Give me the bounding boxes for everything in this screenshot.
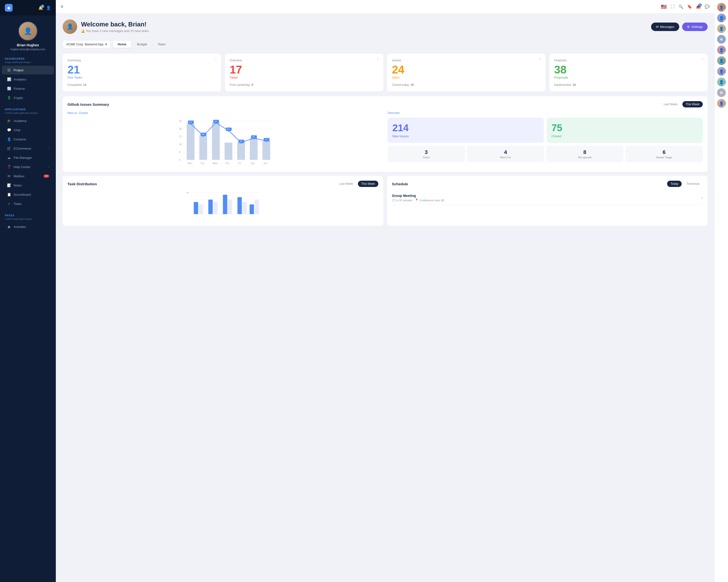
notes-icon: 📝 xyxy=(7,183,11,188)
stat-card-menu-issues[interactable]: ⋮ xyxy=(539,57,542,61)
last-week-btn[interactable]: Last Week xyxy=(660,101,681,107)
svg-rect-14 xyxy=(212,122,220,160)
sidebar-item-chat[interactable]: 💬 Chat xyxy=(2,126,54,134)
rp-avatar-m2[interactable]: M xyxy=(717,88,726,97)
flag-icon[interactable]: 🇺🇸 xyxy=(661,4,667,10)
applications-sublabel: Custom made application designs xyxy=(0,112,56,116)
tab-home[interactable]: Home xyxy=(113,41,131,48)
sidebar: ◆ 🔔 3 👤 👤 Brian Hughes hughes.brian@comp… xyxy=(0,0,56,582)
stat-card-menu-overdue[interactable]: ⋮ xyxy=(376,57,380,61)
tab-budget[interactable]: Budget xyxy=(132,41,152,48)
today-btn[interactable]: Today xyxy=(667,181,682,187)
sidebar-item-scrumboard[interactable]: 📋 Scrumboard xyxy=(2,190,54,199)
sidebar-item-label: Contacts xyxy=(14,138,26,141)
user-icon[interactable]: 👤 xyxy=(46,6,51,10)
rp-avatar-6[interactable]: 👤 xyxy=(717,67,726,76)
sidebar-item-mailbox[interactable]: ✉ Mailbox 27 xyxy=(2,172,54,181)
sidebar-item-tasks[interactable]: ✓ Tasks xyxy=(2,199,54,208)
location-icon: 📍 xyxy=(415,199,418,202)
mini-stat-reopened: 8 Re-opened xyxy=(546,146,624,162)
github-chart-title: Github Issues Summary xyxy=(68,102,109,107)
rp-avatar-m1[interactable]: M xyxy=(717,35,726,44)
sidebar-item-ecommerce[interactable]: 🛒 ECommerce › xyxy=(2,144,54,153)
contacts-icon: 👤 xyxy=(7,137,11,141)
schedule-arrow-icon[interactable]: › xyxy=(702,196,703,200)
chart-right: Overview 214 New Issues 75 Closed xyxy=(388,111,703,167)
svg-rect-61 xyxy=(255,200,259,214)
new-issues-label: New Issues xyxy=(392,134,539,138)
wontfix-num: 4 xyxy=(469,149,542,156)
settings-button[interactable]: ⚙ Settings xyxy=(682,23,708,31)
sidebar-item-contacts[interactable]: 👤 Contacts xyxy=(2,135,54,144)
welcome-actions: ✉ Messages ⚙ Settings xyxy=(651,23,708,31)
dashboards-sublabel: Unique dashboard designs xyxy=(0,61,56,65)
user-avatar[interactable]: 👤 xyxy=(18,21,37,41)
stat-card-overdue: ⋮ Overdue 17 Tasks From yesterday: 9 xyxy=(225,54,383,91)
sidebar-item-project[interactable]: ☑ Project xyxy=(2,66,54,75)
stat-number-summary: 21 xyxy=(68,64,216,75)
expand-icon[interactable]: ⛶ xyxy=(671,5,675,9)
chat-icon: 💬 xyxy=(7,128,11,132)
task-last-week-btn[interactable]: Last Week xyxy=(336,181,356,187)
sidebar-item-label: Notes xyxy=(14,184,22,187)
sidebar-item-help-center[interactable]: ❓ Help Center › xyxy=(2,163,54,171)
svg-rect-16 xyxy=(237,143,245,160)
overview-label: Overview xyxy=(388,111,703,115)
rp-avatar-8[interactable]: 👤 xyxy=(717,99,726,108)
svg-point-36 xyxy=(228,130,230,132)
svg-text:Thu: Thu xyxy=(226,162,230,165)
app-logo[interactable]: ◆ xyxy=(5,4,12,11)
stat-number-features: 38 xyxy=(554,64,703,75)
ecommerce-icon: 🛒 xyxy=(7,146,11,150)
inbox-icon[interactable]: 📥 5 xyxy=(696,4,701,9)
hamburger-icon[interactable]: ≡ xyxy=(61,4,63,9)
sidebar-item-crypto[interactable]: 💲 Crypto xyxy=(2,93,54,102)
pages-sublabel: Custom made page designs xyxy=(0,218,56,222)
sidebar-item-notes[interactable]: 📝 Notes xyxy=(2,181,54,190)
sidebar-item-activities[interactable]: ◉ Activities xyxy=(2,222,54,231)
svg-text:Mon: Mon xyxy=(188,162,192,165)
rp-avatar-7[interactable]: 👤 xyxy=(717,78,726,86)
mini-stat-wontfix: 4 Won't Fix xyxy=(467,146,544,162)
main-area: ≡ 🇺🇸 ⛶ 🔍 🔖 📥 5 💬 👤 Welcome back, Brian! … xyxy=(56,0,714,582)
messages-button[interactable]: ✉ Messages xyxy=(651,23,679,31)
online-badge-1 xyxy=(723,9,726,11)
sidebar-item-finance[interactable]: 🔄 Finance xyxy=(2,84,54,93)
rp-avatar-5[interactable]: 👤 xyxy=(717,56,726,65)
this-week-btn[interactable]: This Week xyxy=(682,101,703,107)
stat-card-menu-features[interactable]: ⋮ xyxy=(701,57,704,61)
stat-card-menu-summary[interactable]: ⋮ xyxy=(214,57,218,61)
svg-point-34 xyxy=(202,135,204,137)
sidebar-item-file-manager[interactable]: ☁ File Manager xyxy=(2,153,54,162)
inbox-badge: 5 xyxy=(698,3,702,7)
svg-rect-53 xyxy=(199,204,203,214)
bookmark-icon[interactable]: 🔖 xyxy=(687,4,692,9)
sidebar-item-academy[interactable]: 🎓 Academy xyxy=(2,116,54,125)
tab-team[interactable]: Team xyxy=(153,41,171,48)
chart-subtitle: New vs. Closed xyxy=(68,111,383,115)
notification-icon[interactable]: 🔔 3 xyxy=(38,6,43,10)
stat-card-summary: ⋮ Summary 21 Due Tasks Completed: 13 xyxy=(62,54,221,91)
help-icon: ❓ xyxy=(7,165,11,169)
fixed-num: 3 xyxy=(390,149,463,156)
rp-avatar-3[interactable]: 👤 xyxy=(717,24,726,33)
svg-rect-56 xyxy=(223,195,227,214)
notification-badge: 3 xyxy=(41,5,44,8)
sidebar-top-icons: 🔔 3 👤 xyxy=(38,6,51,10)
rp-avatar-1[interactable]: 👤 xyxy=(717,3,726,11)
stat-secondary-summary: Completed: 13 xyxy=(68,83,216,87)
search-icon[interactable]: 🔍 xyxy=(678,4,683,9)
chart-left: New vs. Closed 45 36 27 18 9 0 xyxy=(68,111,383,167)
tomorrow-btn[interactable]: Tomorrow xyxy=(683,181,703,187)
stat-card-features: ⋮ Features 38 Proposals Implemented: 16 xyxy=(549,54,708,91)
task-this-week-btn[interactable]: This Week xyxy=(358,181,378,187)
rp-avatar-4[interactable]: 👤 xyxy=(717,46,726,54)
svg-point-33 xyxy=(190,123,192,124)
project-selector[interactable]: ACME Corp. Backend App ▾ xyxy=(62,40,111,48)
task-distribution-header: Task Distribution Last Week This Week xyxy=(68,181,378,187)
chat-bubble-icon[interactable]: 💬 xyxy=(705,4,709,9)
sidebar-item-analytics[interactable]: 📊 Analytics xyxy=(2,75,54,84)
schedule-title: Schedule xyxy=(392,182,408,186)
file-manager-icon: ☁ xyxy=(7,156,11,160)
rp-avatar-2[interactable]: 👤 xyxy=(717,13,726,22)
